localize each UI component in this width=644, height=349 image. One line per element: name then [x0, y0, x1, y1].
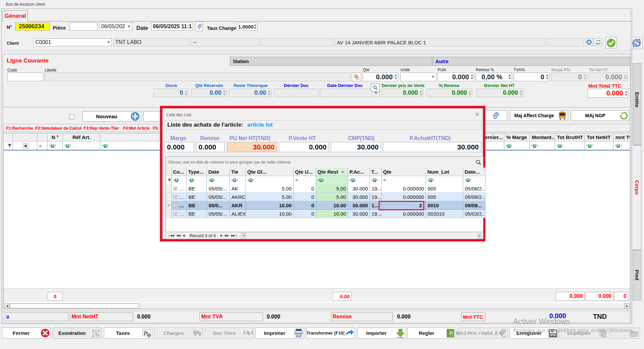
abc-filter-icon[interactable]: ABC [372, 178, 378, 182]
nav-next-icon[interactable]: ▶ [220, 234, 222, 237]
lots-cell[interactable]: AK [230, 184, 246, 193]
main-grid-filter-cell[interactable]: ABC [63, 141, 100, 150]
tab-pied[interactable]: Pied [633, 250, 641, 300]
lots-cell[interactable]: 30.000 [348, 210, 370, 218]
piece-field[interactable] [70, 23, 97, 31]
fkey-f3[interactable]: F3:Rep Vente /Tier [84, 126, 119, 131]
group-panel[interactable]: Glissez une en-tête de colonne ici pour … [166, 157, 483, 168]
lots-cell[interactable]: 19... [370, 184, 382, 193]
modal-field-value[interactable]: 0.000 [279, 142, 329, 152]
lots-col-header[interactable]: P.Ac... [348, 168, 370, 176]
lots-cell[interactable]: 0.000000 [382, 193, 426, 201]
main-grid-col-header[interactable] [37, 133, 48, 141]
toolbar-button-maj-prix-valid-ent[interactable]: MAJ Prix +Valid. Ent$ [458, 328, 508, 339]
toolbar-button-dupliquer[interactable]: Dupliquer [560, 328, 608, 339]
main-grid-filter-cell[interactable]: = [37, 141, 48, 150]
spinner-icon[interactable] [546, 75, 549, 79]
qte-field[interactable]: 0.000 [363, 73, 398, 81]
validate-client-button[interactable] [605, 37, 617, 49]
modal-hscroll-left[interactable] [241, 233, 246, 238]
tab-entete[interactable]: Entéte [633, 63, 641, 145]
equals-filter-icon[interactable]: = [39, 143, 42, 148]
spinner-icon[interactable] [508, 75, 511, 79]
lots-cell[interactable]: 05/08/2... [463, 193, 485, 201]
lots-col-header[interactable]: Qte Rest [316, 168, 348, 176]
lots-cell[interactable]: BE [187, 184, 207, 193]
lots-col-header[interactable]: Tie [230, 168, 246, 176]
toolbar-button-enregistrer[interactable]: Enregistrer [510, 328, 558, 339]
abc-filter-icon[interactable]: ABC [465, 178, 471, 182]
lots-col-header[interactable]: Date [207, 168, 230, 176]
maj-ngp-button[interactable]: MAj NGP [571, 110, 629, 121]
main-grid-filter-cell[interactable]: ABC [48, 141, 63, 150]
lots-cell[interactable]: … [172, 184, 187, 193]
lots-col-header[interactable]: Qte Gl... [246, 168, 294, 176]
lots-cell[interactable]: 19... [370, 210, 382, 218]
abc-filter-icon[interactable]: ABC [65, 144, 71, 148]
abc-filter-icon[interactable]: ABC [173, 178, 180, 182]
lots-filter-cell[interactable]: = [382, 176, 426, 184]
search-article-button[interactable] [371, 84, 380, 92]
lots-cell[interactable]: 005 [426, 184, 463, 193]
sync-button[interactable] [631, 37, 643, 49]
client-combo[interactable]: C0001 [34, 38, 112, 46]
refresh-client-button[interactable] [594, 38, 602, 46]
row-checkbox[interactable] [69, 114, 74, 119]
tab-general[interactable]: Géneral [3, 10, 28, 21]
lots-cell[interactable]: AKR [230, 201, 246, 210]
modal-field-value[interactable]: 30.000 [227, 142, 277, 152]
scroll-left-button[interactable] [5, 303, 9, 308]
spinner-icon[interactable] [625, 91, 628, 96]
nouveau-button[interactable]: Nouveau [82, 111, 141, 122]
abc-filter-icon[interactable]: ABC [318, 178, 324, 182]
taux-field[interactable]: 1.0000 [237, 23, 258, 31]
nav-prev-icon[interactable]: ◀ [182, 234, 184, 237]
lots-cell[interactable]: 30.000 [348, 201, 370, 210]
main-grid-col-header[interactable]: N ° [48, 133, 63, 141]
toolbar-button-folder-icon[interactable] [610, 328, 640, 339]
scroll-thumb[interactable] [10, 303, 139, 308]
lots-cell[interactable]: 005 [426, 193, 463, 201]
lots-cell[interactable]: 002010 [426, 210, 463, 218]
modal-field-value[interactable]: 0.000 [165, 142, 194, 152]
lots-filter-cell[interactable]: ABC [348, 176, 370, 184]
tab-autre[interactable]: Autre [432, 57, 630, 66]
lots-cell[interactable]: 05/03/2... [463, 210, 485, 218]
expand-icon[interactable] [173, 195, 177, 199]
lots-filter-cell[interactable] [166, 176, 172, 184]
main-grid-filter-cell[interactable]: ABC [504, 141, 530, 150]
abc-filter-icon[interactable]: ABC [188, 178, 195, 182]
remise-pct-field[interactable]: 0,00 % [476, 73, 512, 81]
main-grid-col-header[interactable] [5, 133, 13, 141]
toolbar-button-exon-ration[interactable]: Exonération [53, 328, 101, 339]
attach2-button[interactable] [483, 110, 507, 121]
lots-cell[interactable]: 0010 [426, 201, 463, 210]
funnel-icon[interactable] [168, 178, 171, 182]
modal-hscroll-right[interactable] [477, 233, 482, 238]
main-hscrollbar[interactable] [4, 303, 630, 309]
lots-cell[interactable]: 0.000000 [382, 210, 426, 218]
main-grid-filter-cell[interactable] [13, 141, 37, 150]
nav-prev-page-icon[interactable]: ◀◀ [176, 234, 180, 237]
expand-icon[interactable] [173, 204, 177, 207]
lots-cell[interactable]: 0 [294, 184, 316, 193]
lots-col-header[interactable] [166, 168, 172, 176]
main-grid-col-header[interactable]: Réf Art. [63, 133, 100, 141]
funnel-icon[interactable] [7, 144, 12, 148]
toolbar-button-charges[interactable]: Charges [154, 328, 203, 339]
lots-cell[interactable]: … [172, 193, 187, 201]
fkey-f1[interactable]: F1:Recherche [6, 126, 33, 131]
toolbar-button-doc-tiers[interactable]: Doc Tiers [205, 328, 254, 339]
main-grid-filter-cell[interactable]: ABC [555, 141, 585, 150]
lots-filter-cell[interactable]: ABC [230, 176, 246, 184]
equals-filter-icon[interactable]: = [383, 178, 386, 183]
lots-col-header[interactable]: Qte [382, 168, 426, 176]
expand-icon[interactable] [173, 187, 177, 190]
abc-filter-icon[interactable]: ABC [231, 178, 238, 182]
toolbar-button-transformer-f10[interactable]: Transformer (F10) [306, 328, 355, 339]
lots-cell[interactable]: 0.000000 [382, 184, 426, 193]
main-grid-col-header[interactable] [13, 133, 37, 141]
nav-first-icon[interactable]: ❘◀◀ [168, 234, 174, 237]
lots-cell[interactable]: 05/05/... [207, 193, 230, 201]
spinner-icon[interactable] [254, 24, 257, 29]
